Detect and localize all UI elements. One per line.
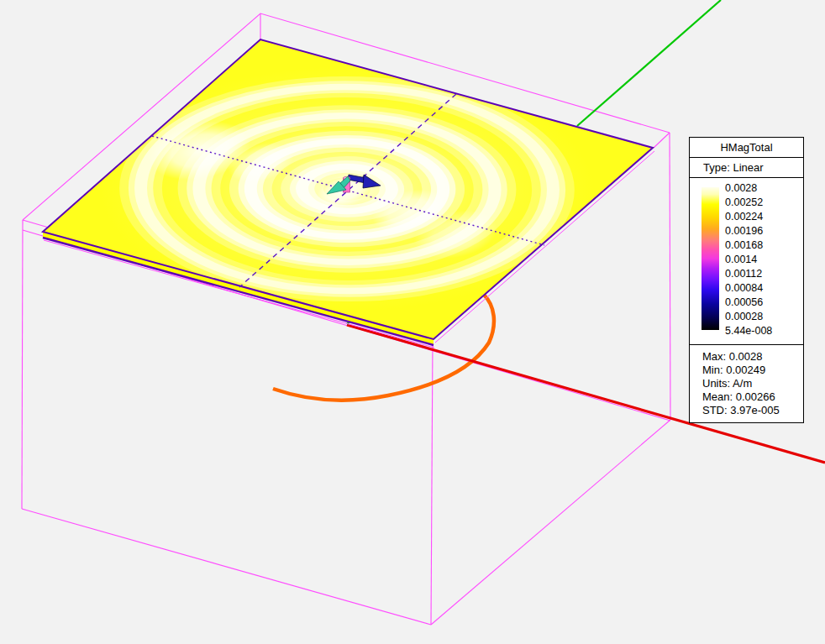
legend-statistics: Max: 0.0028 Min: 0.00249 Units: A/m Mean… [690,345,803,422]
color-bar-gradient [702,187,719,330]
scale-value: 0.00056 [725,296,802,310]
scale-value: 0.0014 [725,253,802,267]
stat-mean: Mean: 0.00266 [702,390,800,404]
legend-color-scale: 0.0028 0.00252 0.00224 0.00196 0.00168 0… [690,178,803,345]
color-bar [702,187,719,330]
box-bottom-right-edge [431,420,670,625]
box-left-vertical-edge [22,220,23,509]
scale-value: 0.00112 [725,267,802,281]
stat-std: STD: 3.97e-005 [702,404,800,417]
box-right-vertical-edge [670,133,670,420]
stat-min: Min: 0.00249 [702,364,800,377]
hfss-field-plot-viewport[interactable]: HMagTotal Type: Linear [0,0,825,644]
scale-value: 0.00084 [725,281,802,296]
scale-value: 5.44e-008 [725,324,802,338]
stat-units: Units: A/m [702,377,800,390]
scale-value: 0.00028 [725,310,802,324]
scale-value: 0.0028 [725,181,802,196]
scale-value: 0.00196 [725,224,802,238]
stat-max: Max: 0.0028 [702,350,800,364]
box-bottom-left-edge [22,509,431,625]
scale-value: 0.00224 [725,210,802,224]
box-top-front-right-edge [654,133,670,148]
color-scale-labels: 0.0028 0.00252 0.00224 0.00196 0.00168 0… [725,181,802,338]
scale-value: 0.00168 [725,238,802,253]
field-plot-legend[interactable]: HMagTotal Type: Linear [689,137,804,423]
legend-scale-type: Type: Linear [690,158,803,178]
y-axis-far-segment [577,0,721,126]
legend-title: HMagTotal [690,138,803,158]
scale-value: 0.00252 [725,196,802,210]
